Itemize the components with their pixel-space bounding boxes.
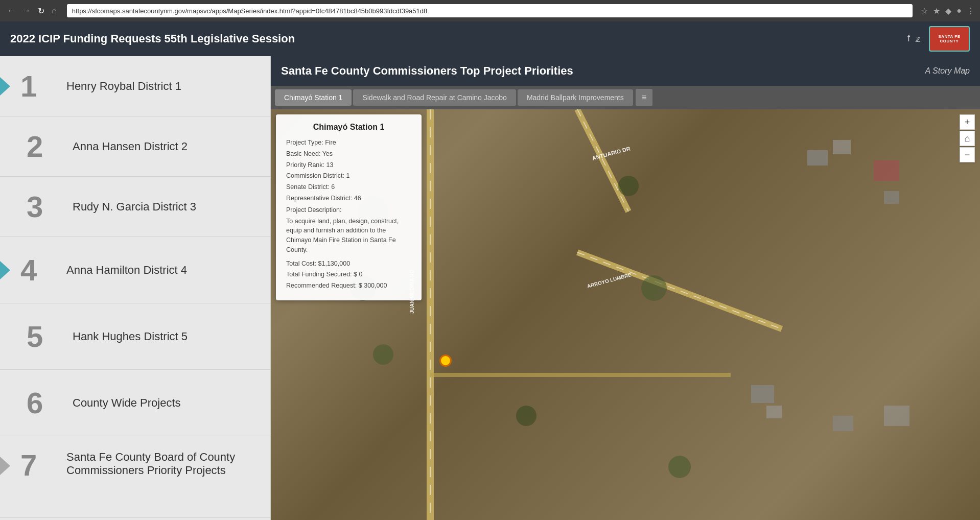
popup-basic-need: Basic Need: Yes <box>286 149 411 159</box>
popup-value-representative-district: 46 <box>354 195 361 202</box>
zoom-out-button[interactable]: − <box>960 147 975 162</box>
popup-label-total-cost: Total Cost: <box>286 260 318 267</box>
sidebar-label-5: Hank Hughes District 5 <box>73 330 188 343</box>
sidebar-item-7[interactable]: 7 Santa Fe County Board of County Commis… <box>0 436 270 518</box>
sidebar-number-6: 6 <box>27 388 62 418</box>
tabs-bar: Chimayó Station 1 Sidewalk and Road Repa… <box>271 86 980 109</box>
svg-rect-10 <box>884 191 899 204</box>
map-location-marker[interactable] <box>439 354 452 367</box>
map-popup: Chimayó Station 1 Project Type: Fire Bas… <box>276 114 422 300</box>
svg-text:ARROYO LUMBRE: ARROYO LUMBRE <box>587 272 633 289</box>
svg-point-21 <box>668 456 691 478</box>
content-title: Santa Fe County Commissioners Top Projec… <box>281 64 573 78</box>
sidebar-number-2: 2 <box>27 132 62 161</box>
profile-icon[interactable]: ● <box>956 6 962 15</box>
aerial-map: ANTUARIO DR JUAN MEDINA RD ARROYO LUMBRE… <box>271 109 980 520</box>
svg-rect-14 <box>884 406 909 426</box>
home-button[interactable]: ⌂ <box>50 5 59 16</box>
popup-label-basic-need: Basic Need: <box>286 150 322 157</box>
popup-value-basic-need: Yes <box>322 150 333 157</box>
popup-recommended-request: Recommended Request: $ 300,000 <box>286 281 411 291</box>
map-container: ANTUARIO DR JUAN MEDINA RD ARROYO LUMBRE… <box>271 109 980 520</box>
popup-value-total-cost: $1,130,000 <box>318 260 351 267</box>
home-extent-button[interactable]: ⌂ <box>960 131 975 146</box>
popup-value-priority-rank: 13 <box>326 161 334 169</box>
popup-title: Chimayó Station 1 <box>286 123 411 132</box>
popup-value-commission-district: 1 <box>346 172 349 179</box>
svg-point-20 <box>516 406 536 426</box>
sidebar-arrow-4 <box>0 261 10 279</box>
sidebar-item-3[interactable]: 3 Rudy N. Garcia District 3 <box>0 177 270 237</box>
popup-label-representative-district: Representative District: <box>286 195 354 202</box>
back-button[interactable]: ← <box>5 5 17 16</box>
refresh-button[interactable]: ↻ <box>36 5 46 17</box>
browser-actions: ☆ ★ ◆ ● ⋮ <box>921 6 975 16</box>
sidebar: 1 Henry Roybal District 1 2 Anna Hansen … <box>0 56 271 520</box>
content-header: Santa Fe County Commissioners Top Projec… <box>271 56 980 86</box>
popup-total-funding: Total Funding Secured: $ 0 <box>286 270 411 279</box>
popup-value-project-type: Fire <box>325 139 336 146</box>
popup-label-commission-district: Commission District: <box>286 172 346 179</box>
popup-commission-district: Commission District: 1 <box>286 171 411 181</box>
browser-nav-buttons: ← → ↻ ⌂ <box>5 5 59 17</box>
sidebar-label-6: County Wide Projects <box>73 396 181 410</box>
sidebar-label-1: Henry Roybal District 1 <box>66 80 181 93</box>
twitter-icon[interactable]: 𝕫 <box>915 33 921 44</box>
popup-project-type: Project Type: Fire <box>286 138 411 148</box>
star-icon[interactable]: ★ <box>933 6 940 16</box>
facebook-icon[interactable]: f <box>907 33 910 44</box>
zoom-in-button[interactable]: + <box>960 114 975 130</box>
content-area: Santa Fe County Commissioners Top Projec… <box>271 56 980 520</box>
sidebar-arrow-7 <box>0 457 10 475</box>
popup-description-label: Project Description: <box>286 206 411 214</box>
app-title: 2022 ICIP Funding Requests 55th Legislat… <box>10 32 295 45</box>
tab-madrid[interactable]: Madrid Ballpark Improvements <box>518 89 633 106</box>
svg-rect-7 <box>807 150 828 166</box>
popup-label-recommended-request: Recommended Request: <box>286 282 359 289</box>
extension-icon[interactable]: ◆ <box>945 6 951 16</box>
sidebar-number-5: 5 <box>27 322 62 351</box>
popup-total-cost: Total Cost: $1,130,000 <box>286 259 411 269</box>
sidebar-label-4: Anna Hamilton District 4 <box>66 264 187 277</box>
menu-icon[interactable]: ⋮ <box>967 6 975 16</box>
popup-value-senate-district: 6 <box>331 183 335 191</box>
app-header: 2022 ICIP Funding Requests 55th Legislat… <box>0 21 980 56</box>
story-map-label: A Story Map <box>925 66 970 76</box>
svg-rect-12 <box>766 406 782 418</box>
sidebar-arrow-1 <box>0 77 10 96</box>
sidebar-number-1: 1 <box>20 72 56 101</box>
popup-label-project-type: Project Type: <box>286 139 325 146</box>
svg-line-3 <box>577 109 628 211</box>
svg-point-17 <box>373 344 393 365</box>
popup-value-total-funding: $ 0 <box>354 271 362 278</box>
sidebar-item-5[interactable]: 5 Hank Hughes District 5 <box>0 303 270 370</box>
sidebar-number-3: 3 <box>27 192 62 222</box>
popup-value-recommended-request: $ 300,000 <box>359 282 387 289</box>
url-text: https://sfcomaps.santafecountynm.gov/map… <box>72 7 428 15</box>
popup-senate-district: Senate District: 6 <box>286 182 411 192</box>
svg-point-19 <box>641 275 667 301</box>
svg-rect-13 <box>833 416 853 431</box>
address-bar[interactable]: https://sfcomaps.santafecountynm.gov/map… <box>67 4 913 17</box>
popup-representative-district: Representative District: 46 <box>286 194 411 203</box>
popup-description-text: To acquire land, plan, design, construct… <box>286 217 411 255</box>
map-controls: + ⌂ − <box>960 114 975 162</box>
popup-label-priority-rank: Priority Rank: <box>286 161 326 169</box>
browser-chrome: ← → ↻ ⌂ https://sfcomaps.santafecountynm… <box>0 0 980 21</box>
tab-chimayo[interactable]: Chimayó Station 1 <box>275 89 352 106</box>
tab-grid-button[interactable]: ≡ <box>636 89 652 106</box>
popup-priority-rank: Priority Rank: 13 <box>286 160 411 170</box>
svg-rect-8 <box>833 140 851 154</box>
sidebar-item-2[interactable]: 2 Anna Hansen District 2 <box>0 116 270 177</box>
bookmark-icon[interactable]: ☆ <box>921 6 928 16</box>
social-icons: f 𝕫 <box>907 33 921 44</box>
main-layout: 1 Henry Roybal District 1 2 Anna Hansen … <box>0 56 980 520</box>
forward-button[interactable]: → <box>20 5 33 16</box>
popup-label-senate-district: Senate District: <box>286 183 331 191</box>
sidebar-item-6[interactable]: 6 County Wide Projects <box>0 370 270 436</box>
sidebar-item-4[interactable]: 4 Anna Hamilton District 4 <box>0 237 270 303</box>
santa-fe-logo: SANTA FECOUNTY <box>929 26 970 52</box>
sidebar-item-1[interactable]: 1 Henry Roybal District 1 <box>0 56 270 116</box>
tab-sidewalk[interactable]: Sidewalk and Road Repair at Camino Jacob… <box>353 89 516 106</box>
sidebar-label-2: Anna Hansen District 2 <box>73 140 188 153</box>
